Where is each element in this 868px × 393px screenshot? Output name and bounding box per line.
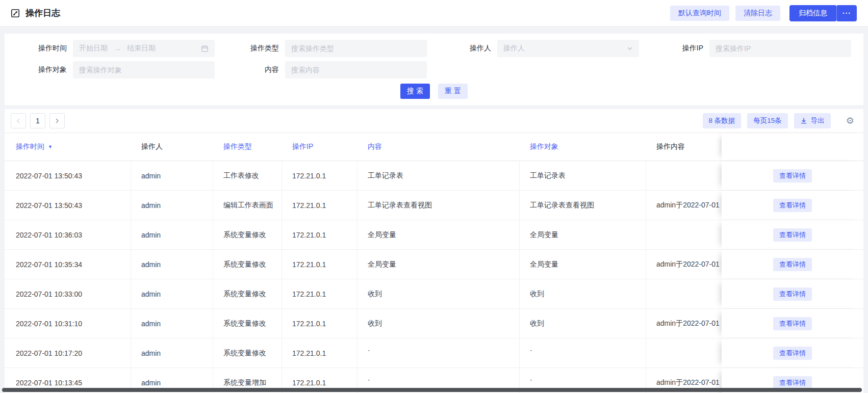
page-size-chip[interactable]: 每页15条	[747, 113, 788, 128]
range-arrow-icon: →	[114, 44, 121, 53]
cell-type: 编辑工作表画面	[213, 191, 282, 220]
target-label: 操作对象	[10, 65, 67, 74]
table-row: 2022-07-01 10:17:20 admin 系统变量修改 172.21.…	[5, 338, 863, 368]
prev-page-button[interactable]	[11, 113, 26, 128]
filter-field-time: 操作时间 开始日期 → 结束日期	[10, 40, 222, 57]
table-row: 2022-07-01 13:50:43 admin 编辑工作表画面 172.21…	[5, 191, 863, 220]
operation-type-input[interactable]	[285, 40, 427, 57]
cell-operator: admin	[131, 161, 213, 190]
cell-ip: 172.21.0.1	[282, 338, 358, 368]
filter-row-2: 操作对象 内容	[10, 61, 858, 78]
cell-ip: 172.21.0.1	[282, 220, 358, 249]
operator-label: 操作人	[434, 44, 491, 53]
date-range-input[interactable]: 开始日期 → 结束日期	[73, 40, 215, 57]
cell-actions: 查看详情	[722, 191, 863, 220]
column-header-detail: 操作内容	[646, 133, 722, 161]
cell-type: 系统变量修改	[213, 220, 282, 249]
topbar-actions: 默认查询时间 清除日志 归档信息 ···	[670, 5, 857, 21]
export-label: 导出	[811, 116, 825, 125]
cell-actions: 查看详情	[722, 279, 863, 308]
filter-actions: 搜 索 重 置	[10, 84, 858, 99]
table-row: 2022-07-01 10:35:34 admin 系统变量修改 172.21.…	[5, 250, 863, 279]
cell-detail	[646, 220, 722, 249]
cell-operator: admin	[131, 279, 213, 308]
cell-ip: 172.21.0.1	[282, 191, 358, 220]
row-count-chip[interactable]: 8 条数据	[703, 113, 742, 128]
topbar: 操作日志 默认查询时间 清除日志 归档信息 ···	[0, 0, 868, 27]
cell-time: 2022-07-01 10:33:00	[5, 279, 131, 308]
time-label: 操作时间	[10, 44, 67, 53]
cell-operator: admin	[131, 338, 213, 368]
settings-gear-icon[interactable]: ⚙	[846, 116, 854, 125]
operation-ip-input[interactable]	[709, 40, 851, 57]
cell-type: 系统变量修改	[213, 338, 282, 368]
cell-actions: 查看详情	[722, 309, 863, 338]
table-toolbar: 1 8 条数据 每页15条 导出 ⚙	[5, 109, 863, 133]
next-page-button[interactable]	[49, 113, 65, 128]
column-header-type[interactable]: 操作类型	[213, 133, 282, 161]
content-input[interactable]	[285, 61, 427, 78]
filter-panel: 操作时间 开始日期 → 结束日期 操作类型	[5, 34, 863, 105]
archive-split-button: 归档信息 ···	[789, 5, 857, 21]
scrollbar-thumb[interactable]	[2, 388, 862, 392]
cell-operator: admin	[131, 309, 213, 338]
export-button[interactable]: 导出	[794, 113, 831, 128]
cell-detail: admin于2022-07-01 10:3	[646, 309, 722, 338]
filter-field-ip: 操作IP	[646, 40, 858, 57]
view-detail-button[interactable]: 查看详情	[773, 347, 812, 360]
cell-target: `	[520, 338, 646, 368]
default-query-time-button[interactable]: 默认查询时间	[670, 6, 729, 21]
cell-time: 2022-07-01 10:17:20	[5, 338, 131, 368]
table-row: 2022-07-01 10:33:00 admin 系统变量修改 172.21.…	[5, 279, 863, 309]
type-label: 操作类型	[222, 44, 279, 53]
chevron-down-icon	[627, 45, 633, 51]
cell-actions: 查看详情	[722, 250, 863, 279]
search-button[interactable]: 搜 索	[400, 84, 430, 99]
cell-target: 收到	[520, 279, 646, 308]
filter-field-target: 操作对象	[10, 61, 222, 78]
table-row: 2022-07-01 13:50:43 admin 工作表修改 172.21.0…	[5, 161, 863, 191]
horizontal-scrollbar[interactable]	[2, 388, 865, 392]
archive-more-button[interactable]: ···	[836, 5, 857, 21]
view-detail-button[interactable]: 查看详情	[773, 169, 812, 182]
cell-time: 2022-07-01 10:36:03	[5, 220, 131, 249]
view-detail-button[interactable]: 查看详情	[773, 317, 812, 330]
sort-desc-icon: ▼	[48, 144, 53, 149]
cell-actions: 查看详情	[722, 161, 863, 190]
log-table-section: 1 8 条数据 每页15条 导出 ⚙	[5, 109, 863, 393]
calendar-icon	[201, 45, 209, 53]
cell-detail: admin于2022-07-01 13:5	[646, 191, 722, 220]
column-header-actions	[722, 133, 863, 161]
view-detail-button[interactable]: 查看详情	[773, 199, 812, 212]
page-number-button[interactable]: 1	[30, 113, 45, 128]
view-detail-button[interactable]: 查看详情	[773, 287, 812, 301]
column-header-time[interactable]: 操作时间 ▼	[5, 133, 131, 161]
view-detail-button[interactable]: 查看详情	[773, 228, 812, 242]
reset-button[interactable]: 重 置	[438, 84, 468, 99]
cell-content: 工单记录表查看视图	[358, 191, 520, 220]
page-title-group: 操作日志	[10, 7, 60, 19]
filter-field-type: 操作类型	[222, 40, 434, 57]
clear-log-button[interactable]: 清除日志	[735, 6, 780, 21]
archive-info-button[interactable]: 归档信息	[789, 5, 836, 21]
operation-log-page: 操作日志 默认查询时间 清除日志 归档信息 ··· 操作时间 开始日期 → 结束…	[0, 0, 868, 393]
column-header-ip[interactable]: 操作IP	[282, 133, 358, 161]
operation-target-input[interactable]	[73, 61, 215, 78]
cell-type: 工作表修改	[213, 161, 282, 190]
cell-actions: 查看详情	[722, 220, 863, 249]
cell-detail	[646, 161, 722, 190]
column-header-content[interactable]: 内容	[358, 133, 520, 161]
edit-log-icon	[10, 8, 20, 18]
view-detail-button[interactable]: 查看详情	[773, 376, 812, 389]
cell-target: 工单记录表查看视图	[520, 191, 646, 220]
cell-type: 系统变量修改	[213, 250, 282, 279]
column-header-target[interactable]: 操作对象	[520, 133, 646, 161]
cell-detail	[646, 279, 722, 308]
column-header-operator: 操作人	[131, 133, 213, 161]
cell-detail: admin于2022-07-01 10:3	[646, 250, 722, 279]
operator-select[interactable]: 操作人	[497, 40, 639, 57]
filter-field-content: 内容	[222, 61, 434, 78]
view-detail-button[interactable]: 查看详情	[773, 258, 812, 271]
cell-target: 收到	[520, 309, 646, 338]
start-date-placeholder: 开始日期	[79, 44, 108, 53]
